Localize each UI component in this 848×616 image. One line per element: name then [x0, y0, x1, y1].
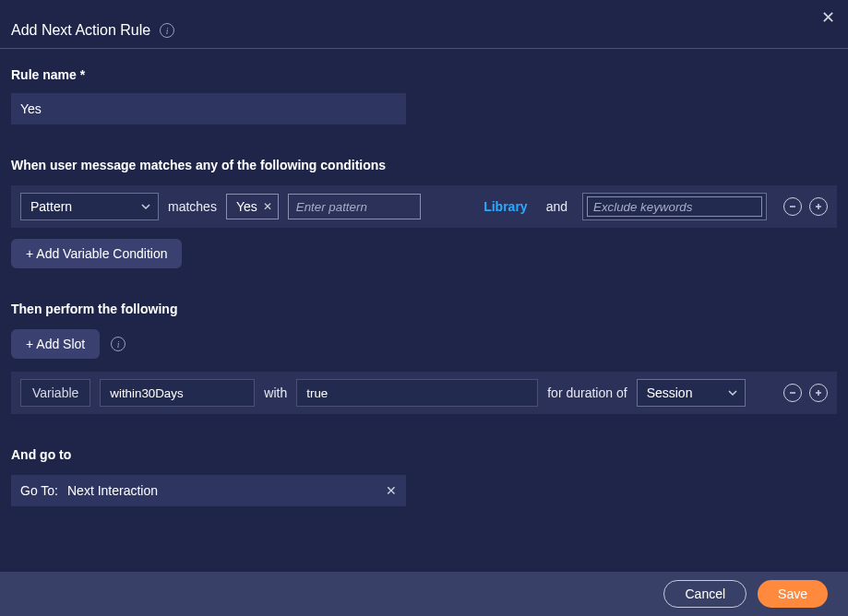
condition-type-select[interactable]: Pattern	[20, 193, 159, 220]
save-button[interactable]: Save	[758, 580, 828, 608]
info-icon[interactable]: i	[160, 23, 174, 38]
dialog-title: Add Next Action Rule	[11, 22, 150, 39]
condition-row-actions	[783, 197, 828, 216]
goto-value: Next Interaction	[67, 483, 158, 498]
library-link[interactable]: Library	[484, 199, 527, 214]
exclude-keywords-input[interactable]	[587, 196, 762, 217]
duration-value: Session	[647, 385, 693, 400]
goto-label: And go to	[11, 447, 837, 462]
variable-value-input[interactable]	[296, 379, 538, 407]
dialog-footer: Cancel Save	[0, 572, 848, 616]
and-label: and	[546, 199, 567, 214]
chevron-down-icon	[728, 388, 737, 397]
rule-name-input[interactable]	[11, 93, 406, 124]
goto-clear-icon[interactable]: ✕	[386, 483, 397, 498]
add-next-action-rule-dialog: ✕ Add Next Action Rule i Rule name * Whe…	[0, 0, 848, 616]
add-slot-row: + Add Slot i	[11, 329, 837, 359]
add-condition-icon[interactable]	[809, 197, 828, 216]
pattern-chip: Yes ✕	[226, 194, 279, 219]
rule-name-label: Rule name *	[11, 67, 837, 82]
pattern-input[interactable]	[288, 194, 421, 219]
goto-prefix: Go To:	[20, 483, 58, 498]
dialog-header: Add Next Action Rule i	[0, 0, 848, 49]
info-icon[interactable]: i	[111, 337, 125, 351]
chevron-down-icon	[141, 202, 150, 211]
remove-condition-icon[interactable]	[783, 197, 802, 216]
condition-row: Pattern matches Yes ✕ Library and	[11, 185, 837, 228]
slot-row-actions	[783, 384, 828, 402]
conditions-label: When user message matches any of the fol…	[11, 158, 837, 172]
matches-label: matches	[168, 199, 217, 214]
add-slot-icon[interactable]	[809, 384, 828, 402]
variable-tag: Variable	[20, 379, 90, 407]
chip-remove-icon[interactable]: ✕	[263, 200, 272, 213]
dialog-body: Rule name * When user message matches an…	[0, 49, 848, 506]
condition-type-value: Pattern	[30, 199, 72, 214]
remove-slot-icon[interactable]	[783, 384, 802, 402]
goto-select[interactable]: Go To: Next Interaction ✕	[11, 475, 406, 506]
with-label: with	[264, 385, 287, 400]
add-variable-condition-button[interactable]: + Add Variable Condition	[11, 239, 182, 268]
cancel-button[interactable]: Cancel	[663, 580, 746, 608]
variable-tag-label: Variable	[32, 385, 78, 400]
variable-name-input[interactable]	[100, 379, 255, 407]
exclude-keywords-wrap	[582, 193, 767, 220]
actions-label: Then perform the following	[11, 302, 837, 316]
duration-label: for duration of	[547, 385, 627, 400]
slot-row: Variable with for duration of Session	[11, 372, 837, 414]
close-icon[interactable]: ✕	[821, 7, 835, 28]
add-slot-button[interactable]: + Add Slot	[11, 329, 100, 359]
duration-select[interactable]: Session	[637, 379, 746, 407]
pattern-chip-label: Yes	[236, 199, 257, 214]
